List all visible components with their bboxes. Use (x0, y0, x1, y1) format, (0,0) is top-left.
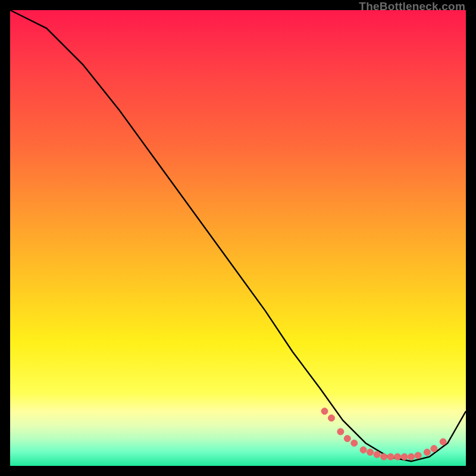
data-marker (408, 453, 415, 460)
data-marker (381, 453, 387, 460)
data-marker (328, 415, 335, 421)
data-marker (401, 453, 408, 460)
data-marker (415, 452, 421, 459)
chart-stage: TheBottleneck.com (0, 0, 476, 476)
bottleneck-curve (10, 10, 466, 461)
data-marker (344, 436, 350, 442)
data-marker (321, 408, 328, 415)
watermark-text: TheBottleneck.com (359, 0, 465, 13)
data-marker (431, 445, 437, 452)
data-marker (351, 440, 358, 446)
data-marker (424, 449, 430, 456)
data-marker (440, 439, 446, 445)
data-marker (387, 453, 394, 460)
data-marker (360, 447, 367, 453)
chart-overlay (10, 10, 466, 466)
data-marker (374, 451, 380, 458)
data-marker (394, 453, 401, 460)
data-marker (367, 449, 374, 456)
data-marker (337, 428, 344, 435)
